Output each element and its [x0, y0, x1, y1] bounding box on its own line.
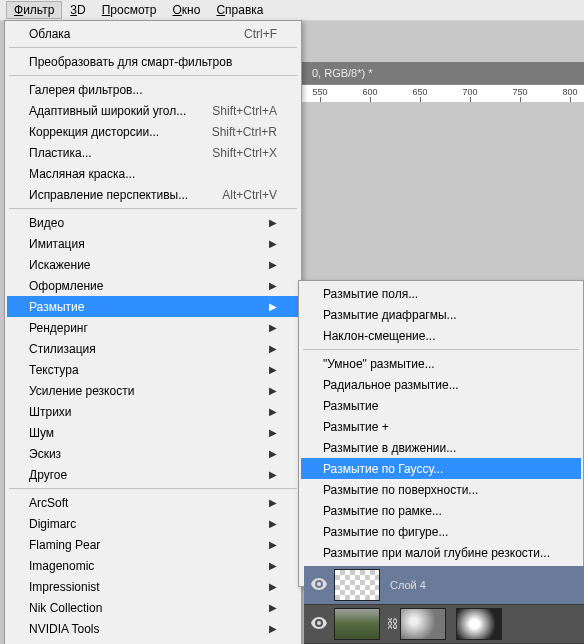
menu-item-label: Искажение — [29, 258, 91, 272]
menu-shortcut: Shift+Ctrl+R — [192, 125, 277, 139]
menu-item-label: Размытие — [323, 399, 378, 413]
menu-item[interactable]: Масляная краска... — [7, 163, 299, 184]
menu-item[interactable]: Размытие▶ — [7, 296, 299, 317]
menu-item[interactable]: Оформление▶ — [7, 275, 299, 296]
menu-item[interactable]: Размытие диафрагмы... — [301, 304, 581, 325]
menu-item[interactable]: Пластика...Shift+Ctrl+X — [7, 142, 299, 163]
menu-item-label: Пластика... — [29, 146, 92, 160]
menu-item[interactable]: Адаптивный широкий угол...Shift+Ctrl+A — [7, 100, 299, 121]
submenu-arrow-icon: ▶ — [269, 406, 277, 417]
ruler-tick: 650 — [412, 87, 427, 97]
menu-separator — [9, 75, 297, 76]
menu-item[interactable]: Галерея фильтров... — [7, 79, 299, 100]
menu-item-label: Усиление резкости — [29, 384, 134, 398]
ruler-tick: 700 — [462, 87, 477, 97]
menu-item-label: Коррекция дисторсии... — [29, 125, 159, 139]
menu-item-label: Стилизация — [29, 342, 96, 356]
menu-item-label: Видео — [29, 216, 64, 230]
menu-item[interactable]: Размытие в движении... — [301, 437, 581, 458]
menu-item-label: Рендеринг — [29, 321, 88, 335]
menu-item[interactable]: Размытие по Гауссу... — [301, 458, 581, 479]
layer-row[interactable]: ⛓ — [304, 605, 584, 644]
menu-item[interactable]: Стилизация▶ — [7, 338, 299, 359]
menu-item-label: Размытие по поверхности... — [323, 483, 478, 497]
menu-item-label: Эскиз — [29, 447, 61, 461]
menu-item[interactable]: Размытие + — [301, 416, 581, 437]
menu-item[interactable]: Imagenomic▶ — [7, 555, 299, 576]
menu-item[interactable]: Размытие поля... — [301, 283, 581, 304]
link-icon: ⛓ — [386, 617, 400, 631]
layer-mask-thumbnail[interactable] — [400, 608, 446, 640]
menu-item[interactable]: Усиление резкости▶ — [7, 380, 299, 401]
menu-item[interactable]: Размытие — [301, 395, 581, 416]
filter-menu: ОблакаCtrl+FПреобразовать для смарт-филь… — [4, 20, 302, 644]
menu-item[interactable]: Другое▶ — [7, 464, 299, 485]
menu-item-label: Оформление — [29, 279, 103, 293]
menu-item[interactable]: Размытие при малой глубине резкости... — [301, 542, 581, 563]
menu-item[interactable]: Размытие по фигуре... — [301, 521, 581, 542]
menu-item[interactable]: Преобразовать для смарт-фильтров — [7, 51, 299, 72]
layer-row[interactable]: Слой 4 — [304, 566, 584, 605]
menu-item[interactable]: ArcSoft▶ — [7, 492, 299, 513]
menu-item-label: Размытие + — [323, 420, 389, 434]
menu-separator — [9, 488, 297, 489]
menu-item-label: Галерея фильтров... — [29, 83, 142, 97]
menu-shortcut: Alt+Ctrl+V — [202, 188, 277, 202]
submenu-arrow-icon: ▶ — [269, 497, 277, 508]
layer-thumbnail[interactable] — [334, 569, 380, 601]
menubar-item-view[interactable]: Просмотр — [94, 1, 165, 19]
menu-item[interactable]: Видео▶ — [7, 212, 299, 233]
menu-item[interactable]: Исправление перспективы...Alt+Ctrl+V — [7, 184, 299, 205]
visibility-icon[interactable] — [304, 616, 334, 632]
layer-mask-thumbnail[interactable] — [456, 608, 502, 640]
menu-item[interactable]: Коррекция дисторсии...Shift+Ctrl+R — [7, 121, 299, 142]
submenu-arrow-icon: ▶ — [269, 322, 277, 333]
menu-item[interactable]: Рендеринг▶ — [7, 317, 299, 338]
menu-item-label: Размытие диафрагмы... — [323, 308, 457, 322]
layer-thumbnail[interactable] — [334, 608, 380, 640]
menu-item[interactable]: Текстура▶ — [7, 359, 299, 380]
menu-item[interactable]: Flaming Pear▶ — [7, 534, 299, 555]
menu-item-label: Flaming Pear — [29, 538, 100, 552]
visibility-icon[interactable] — [304, 577, 334, 593]
menu-item[interactable]: Размытие по рамке... — [301, 500, 581, 521]
ruler-tick: 800 — [562, 87, 577, 97]
document-tab[interactable]: 0, RGB/8*) * — [306, 65, 379, 81]
submenu-arrow-icon: ▶ — [269, 602, 277, 613]
menu-item[interactable]: ОблакаCtrl+F — [7, 23, 299, 44]
menu-item[interactable]: NVIDIA Tools▶ — [7, 618, 299, 639]
menu-item-label: "Умное" размытие... — [323, 357, 435, 371]
menu-item[interactable]: Имитация▶ — [7, 233, 299, 254]
menubar: Фильтр 3D Просмотр Окно Справка — [0, 0, 584, 21]
menu-item[interactable]: Impressionist▶ — [7, 576, 299, 597]
menu-item[interactable]: Размытие по поверхности... — [301, 479, 581, 500]
menu-item[interactable]: Digimarc▶ — [7, 513, 299, 534]
menu-item-label: Размытие по рамке... — [323, 504, 442, 518]
menu-item[interactable]: Шум▶ — [7, 422, 299, 443]
menu-item-label: Размытие в движении... — [323, 441, 456, 455]
menu-item[interactable]: Радиальное размытие... — [301, 374, 581, 395]
menu-item[interactable]: "Умное" размытие... — [301, 353, 581, 374]
menu-item[interactable]: Штрихи▶ — [7, 401, 299, 422]
menubar-item-help[interactable]: Справка — [208, 1, 271, 19]
ruler-horizontal: 550600650700750800 — [300, 84, 584, 104]
blur-submenu: Размытие поля...Размытие диафрагмы...Нак… — [298, 280, 584, 587]
submenu-arrow-icon: ▶ — [269, 469, 277, 480]
menu-item[interactable]: Эскиз▶ — [7, 443, 299, 464]
menu-separator — [303, 349, 579, 350]
submenu-arrow-icon: ▶ — [269, 560, 277, 571]
menu-item[interactable]: Redfield▶ — [7, 639, 299, 644]
menu-item[interactable]: Наклон-смещение... — [301, 325, 581, 346]
menubar-item-3d[interactable]: 3D — [62, 1, 93, 19]
menu-item-label: Другое — [29, 468, 67, 482]
menu-item[interactable]: Nik Collection▶ — [7, 597, 299, 618]
submenu-arrow-icon: ▶ — [269, 581, 277, 592]
menubar-item-window[interactable]: Окно — [165, 1, 209, 19]
layer-name[interactable]: Слой 4 — [386, 579, 426, 591]
menubar-item-filter[interactable]: Фильтр — [6, 1, 62, 19]
menu-shortcut: Shift+Ctrl+A — [192, 104, 277, 118]
menu-item[interactable]: Искажение▶ — [7, 254, 299, 275]
menu-shortcut: Ctrl+F — [224, 27, 277, 41]
menu-item-label: Impressionist — [29, 580, 100, 594]
submenu-arrow-icon: ▶ — [269, 427, 277, 438]
